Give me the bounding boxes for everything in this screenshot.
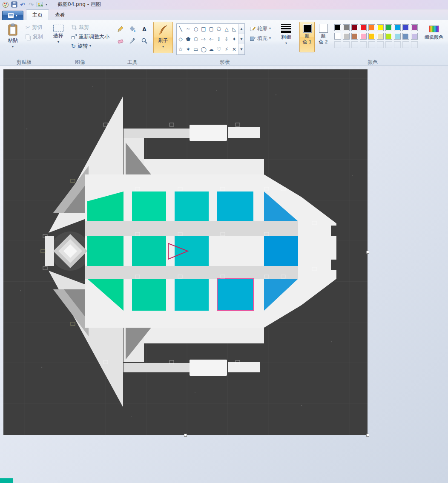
fill-tool-button[interactable] — [127, 23, 138, 34]
shape-four-point-star-icon[interactable]: ✦ — [230, 34, 238, 44]
shape-six-point-star-icon[interactable]: ✶ — [184, 44, 192, 54]
save-button[interactable] — [10, 1, 18, 9]
color2-swatch — [319, 24, 328, 33]
shape-polygon-icon[interactable]: ⬠ — [215, 24, 223, 34]
tab-home[interactable]: 主页 — [26, 9, 49, 20]
palette-swatch[interactable] — [402, 33, 409, 40]
palette-swatch[interactable] — [385, 24, 392, 31]
shape-pentagon-icon[interactable]: ⬟ — [184, 34, 192, 44]
palette-swatch[interactable] — [368, 24, 375, 31]
chevron-down-icon: ▾ — [57, 40, 59, 44]
palette-swatch-empty[interactable] — [385, 41, 392, 48]
drawing-canvas[interactable] — [3, 69, 368, 435]
shape-rectangle-icon[interactable]: □ — [200, 24, 207, 34]
palette-swatch[interactable] — [334, 33, 341, 40]
shape-up-arrow-icon[interactable]: ⇧ — [215, 34, 223, 44]
crop-label: 裁剪 — [79, 24, 89, 31]
color2-label-line1: 颜 — [321, 34, 326, 39]
undo-button[interactable]: ↶ — [18, 1, 27, 9]
brushes-button[interactable]: 刷子 ▾ — [153, 22, 173, 53]
palette-swatch[interactable] — [377, 33, 384, 40]
shape-five-point-star-icon[interactable]: ☆ — [177, 44, 184, 54]
resize-button[interactable]: 重新调整大小 — [69, 32, 112, 41]
rotate-button[interactable]: ↻ 旋转 ▾ — [69, 41, 112, 51]
palette-swatch-empty[interactable] — [377, 41, 384, 48]
palette-swatch[interactable] — [343, 24, 350, 31]
shape-down-arrow-icon[interactable]: ⇩ — [223, 34, 230, 44]
pencil-tool-button[interactable] — [115, 23, 126, 34]
color1-button[interactable]: 颜 色 1 — [299, 22, 315, 52]
palette-swatch[interactable] — [411, 24, 418, 31]
shape-oval-callout-icon[interactable]: ◯ — [200, 44, 207, 54]
shape-ellipse-icon[interactable]: ○ — [192, 24, 200, 34]
quick-access-extra-button[interactable] — [35, 1, 44, 9]
shapes-scroll-down-button[interactable]: ▼ — [238, 34, 244, 44]
shapes-scroll-up-button[interactable]: ▲ — [238, 24, 244, 34]
size-button[interactable]: 粗细 ▾ — [276, 22, 296, 53]
palette-swatch[interactable] — [385, 33, 392, 40]
cut-button[interactable]: ✂ 剪切 — [23, 23, 45, 32]
canvas-resize-handle-right[interactable] — [366, 251, 369, 254]
shape-cross-icon[interactable]: ✕ — [230, 44, 238, 54]
palette-swatch[interactable] — [377, 24, 384, 31]
shape-fill-button[interactable]: 填充 ▾ — [247, 34, 273, 43]
shape-right-triangle-icon[interactable]: ◺ — [230, 24, 238, 34]
palette-swatch[interactable] — [368, 33, 375, 40]
canvas-resize-handle-corner[interactable] — [366, 434, 369, 437]
shape-triangle-icon[interactable]: △ — [223, 24, 230, 34]
palette-swatch[interactable] — [351, 24, 358, 31]
palette-swatch[interactable] — [394, 33, 401, 40]
shape-outline-button[interactable]: 轮廓 ▾ — [247, 24, 273, 33]
palette-swatch[interactable] — [334, 24, 341, 31]
palette-swatch[interactable] — [351, 33, 358, 40]
canvas-resize-handle-bottom[interactable] — [184, 434, 187, 437]
shapes-more-button[interactable]: ▼ — [238, 44, 244, 54]
select-button[interactable]: 选择 ▾ — [49, 22, 68, 53]
palette-swatch-empty[interactable] — [402, 41, 409, 48]
shape-rectangular-callout-icon[interactable]: ▭ — [192, 44, 200, 54]
palette-swatch-empty[interactable] — [343, 41, 350, 48]
tab-view[interactable]: 查看 — [49, 10, 71, 20]
shape-heart-icon[interactable]: ♡ — [215, 44, 223, 54]
redo-button[interactable]: ↷ — [27, 1, 35, 9]
color2-button[interactable]: 颜 色 2 — [316, 22, 331, 52]
color-picker-tool-button[interactable] — [127, 35, 138, 46]
customize-quick-access-button[interactable]: ▾ — [44, 1, 52, 9]
text-tool-button[interactable]: A — [139, 23, 150, 34]
palette-swatch-empty[interactable] — [411, 41, 418, 48]
shape-curve-icon[interactable]: ~ — [184, 24, 192, 34]
taskbar-sliver — [0, 478, 13, 483]
palette-swatch[interactable] — [411, 33, 418, 40]
color2-label-line2: 色 2 — [319, 40, 328, 45]
palette-swatch[interactable] — [360, 33, 367, 40]
size-group: 粗细 ▾ — [275, 21, 297, 66]
application-menu-button[interactable]: ▾ — [2, 11, 23, 20]
palette-swatch-empty[interactable] — [360, 41, 367, 48]
shape-diamond-icon[interactable]: ◇ — [177, 34, 184, 44]
chevron-down-icon: ▾ — [269, 27, 271, 30]
palette-swatch-empty[interactable] — [394, 41, 401, 48]
palette-swatch-empty[interactable] — [368, 41, 375, 48]
magnifier-tool-button[interactable] — [139, 35, 150, 46]
eraser-icon — [117, 37, 124, 44]
paste-button[interactable]: 粘贴 ▾ — [3, 22, 23, 53]
palette-swatch-empty[interactable] — [351, 41, 358, 48]
palette-swatch[interactable] — [402, 24, 409, 31]
shape-rounded-rectangle-icon[interactable]: ▢ — [207, 24, 215, 34]
palette-swatch[interactable] — [343, 33, 350, 40]
palette-swatch[interactable] — [360, 24, 367, 31]
shape-hexagon-icon[interactable]: ⬡ — [192, 34, 200, 44]
palette-swatch-empty[interactable] — [334, 41, 341, 48]
shape-right-arrow-icon[interactable]: ⇨ — [200, 34, 207, 44]
shape-cloud-callout-icon[interactable]: ☁ — [207, 44, 215, 54]
rainbow-palette-icon — [429, 26, 439, 32]
edit-colors-button[interactable]: 编辑颜色 — [422, 22, 446, 50]
copy-button[interactable]: 复制 — [23, 32, 45, 41]
shape-left-arrow-icon[interactable]: ⇦ — [207, 34, 215, 44]
shape-line-icon[interactable]: ╲ — [177, 24, 184, 34]
resize-icon — [71, 34, 77, 40]
palette-swatch[interactable] — [394, 24, 401, 31]
shape-lightning-icon[interactable]: ⚡ — [223, 44, 230, 54]
crop-button[interactable]: 裁剪 — [69, 23, 112, 32]
eraser-tool-button[interactable] — [115, 35, 126, 46]
